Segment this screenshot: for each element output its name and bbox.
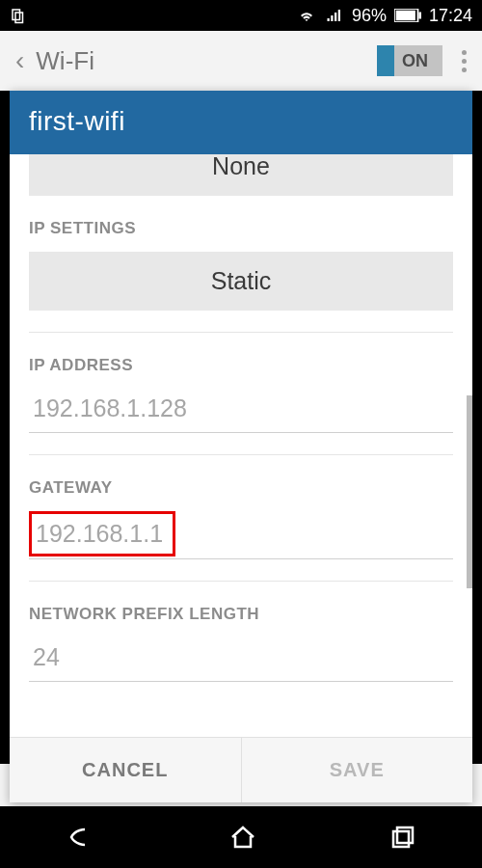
wifi-toggle-label: ON <box>402 51 428 71</box>
cancel-button[interactable]: CANCEL <box>10 738 241 802</box>
back-nav-icon[interactable] <box>66 824 96 851</box>
page-title: Wi-Fi <box>36 46 377 76</box>
network-config-dialog: first-wifi None IP SETTINGS Static IP AD… <box>10 91 472 802</box>
home-nav-icon[interactable] <box>228 824 257 851</box>
dialog-body[interactable]: None IP SETTINGS Static IP ADDRESS 192.1… <box>10 154 472 737</box>
svg-rect-4 <box>393 831 409 847</box>
battery-icon <box>394 9 421 22</box>
svg-rect-2 <box>418 13 421 19</box>
prefix-length-input[interactable]: 24 <box>29 637 453 682</box>
proxy-spinner[interactable]: None <box>29 154 453 196</box>
navigation-bar <box>0 806 482 868</box>
notification-icon <box>10 7 27 24</box>
wifi-toggle[interactable]: ON <box>377 45 442 76</box>
signal-icon <box>325 7 344 24</box>
prefix-length-label: NETWORK PREFIX LENGTH <box>29 605 453 624</box>
dialog-actions: CANCEL SAVE <box>10 737 472 802</box>
ip-address-label: IP ADDRESS <box>29 356 453 375</box>
wifi-icon <box>296 7 317 24</box>
dialog-title: first-wifi <box>10 91 472 154</box>
ip-settings-label: IP SETTINGS <box>29 219 453 238</box>
wifi-settings-header: ‹ Wi-Fi ON <box>0 31 482 91</box>
gateway-highlight: 192.168.1.1 <box>29 511 175 556</box>
svg-rect-5 <box>397 827 413 843</box>
ip-address-input[interactable]: 192.168.1.128 <box>29 389 453 433</box>
back-icon[interactable]: ‹ <box>15 45 24 76</box>
ip-settings-spinner[interactable]: Static <box>29 252 453 311</box>
screen-root: 96% 17:24 ‹ Wi-Fi ON Secured with WPA2 f… <box>0 0 482 868</box>
gateway-label: GATEWAY <box>29 478 453 498</box>
clock: 17:24 <box>429 6 472 26</box>
scrollbar[interactable] <box>467 395 472 588</box>
status-bar: 96% 17:24 <box>0 0 482 31</box>
battery-percent: 96% <box>352 6 387 26</box>
overflow-menu-icon[interactable] <box>462 50 467 72</box>
gateway-input[interactable]: 192.168.1.1 <box>32 514 167 554</box>
save-button[interactable]: SAVE <box>241 738 473 802</box>
recent-nav-icon[interactable] <box>389 824 416 851</box>
svg-rect-1 <box>396 11 415 21</box>
